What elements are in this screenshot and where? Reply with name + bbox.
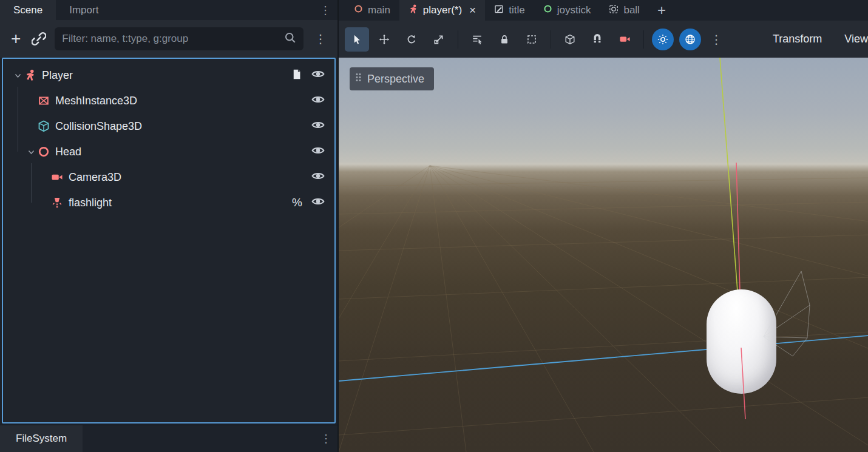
scene-tab-main[interactable]: main — [345, 0, 399, 21]
character-body-3d-icon — [24, 69, 36, 82]
tree-row-flashlight[interactable]: flashlight % — [3, 190, 334, 215]
tree-row-head[interactable]: Head — [3, 139, 334, 164]
spot-light-3d-icon — [50, 197, 63, 209]
tab-filesystem[interactable]: FileSystem — [0, 425, 83, 452]
visibility-eye-icon[interactable] — [311, 93, 325, 109]
filter-input[interactable] — [62, 33, 284, 45]
select-list-button[interactable] — [465, 27, 489, 52]
select-tool-button[interactable] — [345, 27, 369, 52]
move-tool-button[interactable] — [372, 27, 396, 52]
scene-tab-label: player(*) — [423, 4, 462, 16]
rigid-body-icon — [609, 4, 619, 17]
drag-handle-icon[interactable] — [355, 72, 362, 86]
toolbar-separator — [551, 30, 551, 49]
filter-field-wrap — [55, 27, 303, 50]
scene-tab-label: title — [509, 4, 524, 16]
character-body-3d-icon — [409, 4, 418, 17]
scene-tab-label: ball — [623, 4, 639, 16]
add-node-button[interactable]: + — [8, 30, 23, 47]
node-name: flashlight — [69, 197, 112, 209]
visibility-eye-icon[interactable] — [311, 195, 325, 211]
chevron-down-icon[interactable] — [25, 148, 37, 156]
chevron-down-icon[interactable] — [12, 72, 24, 79]
collision-shape-3d-icon — [37, 120, 50, 133]
dock-menu-icon[interactable]: ⋮ — [320, 0, 331, 20]
node-name: Player — [42, 69, 73, 82]
visibility-eye-icon[interactable] — [311, 67, 325, 83]
camera-3d-icon — [50, 171, 63, 184]
tab-filesystem-label: FileSystem — [16, 433, 67, 445]
filesystem-dock-bar: FileSystem ⋮ — [0, 425, 337, 452]
close-icon[interactable]: × — [469, 4, 476, 17]
scene-tree-menu-icon[interactable]: ⋮ — [312, 32, 329, 46]
visibility-eye-icon[interactable] — [311, 144, 325, 160]
scene-tree[interactable]: Player MeshInstance3D — [2, 58, 336, 423]
node-green-icon — [543, 4, 552, 16]
visibility-eye-icon[interactable] — [311, 118, 325, 134]
scene-tab-player[interactable]: player(*) × — [399, 0, 485, 21]
tab-scene[interactable]: Scene — [0, 0, 56, 20]
tree-row-camera3d[interactable]: Camera3D — [3, 164, 334, 190]
toolbar-separator — [643, 30, 644, 49]
scene-tab-joystick[interactable]: joystick — [534, 0, 600, 21]
mesh-instance-3d-icon — [37, 95, 50, 107]
node-3d-icon — [37, 146, 50, 158]
unique-name-percent-badge[interactable]: % — [292, 196, 302, 209]
main-editor-area: main player(*) × title joystick ball + — [337, 0, 868, 452]
perspective-menu-button[interactable]: Perspective — [350, 67, 434, 90]
tab-import[interactable]: Import — [56, 0, 112, 20]
snap-toggle[interactable] — [585, 27, 609, 52]
filesystem-menu-icon[interactable]: ⋮ — [320, 425, 331, 452]
toolbar-separator — [458, 30, 458, 49]
scene-tab-label: joystick — [557, 4, 591, 16]
perspective-label: Perspective — [367, 73, 424, 86]
tree-row-collisionshape3d[interactable]: CollisionShape3D — [3, 113, 334, 139]
scale-tool-button[interactable] — [427, 27, 451, 52]
viewport-gizmo-overlay — [339, 58, 868, 452]
script-icon[interactable] — [291, 69, 302, 83]
tree-row-player[interactable]: Player — [3, 62, 334, 88]
scene-tab-label: main — [368, 4, 390, 16]
instance-scene-link-icon[interactable] — [32, 32, 46, 46]
scene-tab-title[interactable]: title — [485, 0, 534, 21]
node-3d-icon — [354, 4, 363, 16]
tab-scene-label: Scene — [13, 4, 42, 16]
godot-editor-window: Scene Import ⋮ + ⋮ — [0, 0, 868, 452]
scene-dock: Scene Import ⋮ + ⋮ — [0, 0, 337, 452]
viewport-menu-icon[interactable]: ⋮ — [705, 32, 727, 47]
sun-toggle[interactable] — [651, 27, 675, 52]
rotate-tool-button[interactable] — [399, 27, 424, 52]
add-scene-tab-button[interactable]: + — [649, 0, 674, 21]
group-tool-button[interactable] — [520, 27, 544, 52]
node-name: CollisionShape3D — [55, 120, 142, 133]
environment-toggle[interactable] — [678, 27, 702, 52]
transform-menu[interactable]: Transform — [763, 33, 832, 46]
scene-dock-toolbar: + ⋮ — [0, 20, 337, 58]
node-name: Head — [55, 146, 81, 158]
scene-tab-bar: main player(*) × title joystick ball + — [339, 0, 868, 21]
lock-tool-button[interactable] — [492, 27, 517, 52]
search-icon — [284, 32, 296, 46]
visibility-eye-icon[interactable] — [311, 169, 325, 185]
local-space-toggle[interactable] — [558, 27, 582, 52]
node-name: MeshInstance3D — [55, 95, 137, 107]
scene-tab-ball[interactable]: ball — [600, 0, 648, 21]
dock-tab-bar: Scene Import ⋮ — [0, 0, 337, 20]
scene-script-icon — [494, 4, 504, 17]
view-menu[interactable]: View — [835, 33, 868, 46]
tree-row-meshinstance3d[interactable]: MeshInstance3D — [3, 88, 334, 113]
node-name: Camera3D — [69, 171, 121, 184]
viewport-toolbar: ⋮ Transform View — [339, 21, 868, 58]
preview-camera-toggle[interactable] — [612, 27, 637, 52]
tab-import-label: Import — [69, 4, 98, 16]
viewport-3d[interactable]: Perspective — [339, 58, 868, 452]
